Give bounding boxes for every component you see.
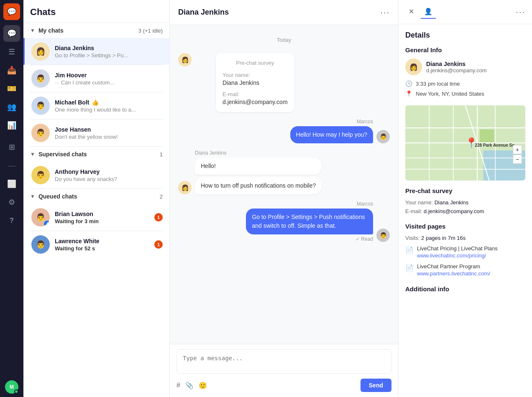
queued-chats-label: Queued chats	[38, 193, 160, 200]
chat-item-michael[interactable]: 👨 Michael Bolt 👍 One more thing I would …	[23, 92, 169, 119]
logo-button[interactable]: 💬	[3, 3, 20, 20]
chat-info-lawrence: Lawrence White Waiting for 52 s	[55, 238, 149, 252]
chat-info-diana: Diana Jenkins Go to Profile > Settings >…	[55, 45, 163, 59]
avatar-brian: 👨 f	[31, 208, 50, 226]
right-panel-body: Details General Info 👩 Diana Jenkins d.j…	[399, 24, 532, 397]
visited-page-1-url[interactable]: www.livechatinc.com/pricing/	[417, 252, 486, 259]
zoom-out-button[interactable]: −	[513, 155, 522, 164]
visited-page-2-url[interactable]: www.partners.livechatinc.com/	[417, 270, 490, 277]
zoom-in-button[interactable]: +	[513, 145, 522, 154]
nav-help-icon[interactable]: ?	[3, 212, 20, 229]
survey-name-value: Diana Jenkins	[223, 79, 288, 86]
nav-ticket-icon[interactable]: 🎫	[3, 80, 20, 97]
message-row-solution: 👨 Marcos Go to Profile > Settings > Push…	[178, 201, 390, 242]
chat-name-michael: Michael Bolt 👍	[55, 99, 163, 106]
nav-inbox-icon[interactable]: 📥	[3, 62, 20, 79]
chat-input-area: # 📎 🙂 Send	[170, 344, 398, 397]
page-icon-1: 📄	[405, 246, 414, 254]
tab-close[interactable]: ✕	[405, 5, 417, 19]
queued-chats-section-header[interactable]: ▼ Queued chats 2	[23, 189, 169, 204]
supervised-chats-section-header[interactable]: ▼ Supervised chats 1	[23, 147, 169, 162]
message-content-solution: Marcos Go to Profile > Settings > Push n…	[246, 201, 373, 242]
map-container[interactable]: 📍 228 Park Avenue So... + −	[405, 105, 525, 181]
chat-item-brian[interactable]: 👨 f Brian Lawson Waiting for 3 min 1	[23, 204, 169, 231]
chats-title: Chats	[30, 7, 163, 18]
details-title: Details	[405, 31, 525, 40]
chat-preview-lawrence: Waiting for 52 s	[55, 245, 149, 252]
chat-name-brian: Brian Lawson	[55, 211, 149, 217]
message-row-diana: 👩 Diana Jenkins Hello! How to turn off p…	[178, 150, 390, 194]
user-detail-info: Diana Jenkins d.jenkins@company.com	[426, 61, 486, 74]
hashtag-icon[interactable]: #	[176, 382, 180, 389]
chat-info-jose: Jose Hansen Don't eat the yellow snow!	[55, 126, 163, 140]
visited-page-2-info: LiveChat Partner Program www.partners.li…	[417, 263, 490, 277]
supervised-chats-label: Supervised chats	[38, 151, 160, 158]
visited-page-2-row: 📄 LiveChat Partner Program www.partners.…	[405, 263, 525, 277]
visited-pages-section: Visited pages Visits: 2 pages in 7m 16s …	[405, 223, 525, 277]
supervised-chats-chevron: ▼	[30, 151, 35, 157]
chat-item-anthony[interactable]: 👨 Anthony Harvey Do you have any snacks?	[23, 162, 169, 188]
chat-more-button[interactable]: ···	[380, 8, 390, 17]
survey-card: Pre-chat survey Your name: Diana Jenkins…	[216, 53, 294, 112]
general-info-title: General Info	[405, 46, 525, 53]
user-detail-name: Diana Jenkins	[426, 61, 486, 67]
message-input[interactable]	[176, 349, 391, 374]
nav-team-icon[interactable]: 👥	[3, 99, 20, 115]
nav-grid-icon[interactable]: ⬜	[3, 176, 20, 192]
prechat-name-row: Your name: Diana Jenkins	[405, 199, 525, 206]
avatar-jose: 👨	[31, 124, 50, 142]
panel-more-button[interactable]: ···	[516, 7, 525, 17]
user-avatar-bottom[interactable]: M	[5, 380, 18, 394]
avatar-marcos-1: 👨	[376, 130, 390, 143]
sender-name-marcos-2: Marcos	[246, 201, 373, 207]
survey-avatar: 👩	[178, 53, 192, 66]
sender-name-marcos-1: Marcos	[290, 119, 373, 125]
chat-info-brian: Brian Lawson Waiting for 3 min	[55, 211, 149, 224]
survey-email-value: d.jenkins@company.com	[223, 99, 288, 105]
chat-item-jose[interactable]: 👨 Jose Hansen Don't eat the yellow snow!	[23, 120, 169, 146]
avatar-marcos-2: 👨	[376, 229, 390, 242]
chat-item-jim[interactable]: 👨 Jim Hoover ··· Can I create custom...	[23, 65, 169, 92]
avatar-diana: 👩	[31, 42, 50, 61]
additional-info-title: Additional info	[405, 285, 525, 293]
chat-list-body: ▼ My chats 3 (+1 idle) 👩 Diana Jenkins G…	[23, 23, 169, 397]
visited-pages-title: Visited pages	[405, 223, 525, 230]
local-time-text: 3:33 pm local time	[416, 81, 460, 87]
nav-add-icon[interactable]: ⊞	[3, 139, 20, 155]
page-icon-2: 📄	[405, 264, 414, 272]
icon-bar: 💬 💬 ☰ 📥 🎫 👥 📊 ⊞ — ⬜ ⚙ ? M	[0, 0, 23, 397]
location-icon: 📍	[405, 90, 412, 97]
chat-messages: Today 👩 Pre-chat survey Your name: Diana…	[170, 25, 398, 344]
prechat-email-value: d.jenkins@company.com	[424, 208, 484, 214]
survey-email-label: E-mail:	[223, 91, 239, 97]
avatar-diana-msg: 👩	[178, 181, 192, 194]
chat-preview-jim: ··· Can I create custom...	[55, 79, 163, 86]
my-chats-section-header[interactable]: ▼ My chats 3 (+1 idle)	[23, 23, 169, 38]
chat-name-jose: Jose Hansen	[55, 126, 163, 133]
visited-page-1-row: 📄 LiveChat Pricing | LiveChat Plans www.…	[405, 245, 525, 259]
nav-chart-icon[interactable]: 📊	[3, 117, 20, 134]
chat-item-diana[interactable]: 👩 Diana Jenkins Go to Profile > Settings…	[23, 38, 169, 65]
chat-preview-jose: Don't eat the yellow snow!	[55, 134, 163, 140]
tab-person[interactable]: 👤	[421, 5, 436, 19]
map-label: 228 Park Avenue So...	[475, 143, 518, 148]
send-button[interactable]: Send	[361, 379, 391, 392]
survey-name-label: Your name:	[223, 72, 250, 78]
attachment-icon[interactable]: 📎	[185, 382, 194, 389]
chat-info-michael: Michael Bolt 👍 One more thing I would li…	[55, 99, 163, 113]
chat-preview-diana: Go to Profile > Settings > Pu...	[55, 52, 163, 59]
visits-value: 2 pages in 7m 16s	[421, 235, 466, 241]
chat-list-header: Chats	[23, 0, 169, 23]
nav-list-icon[interactable]: ☰	[3, 43, 20, 60]
visits-count: Visits: 2 pages in 7m 16s	[405, 235, 525, 241]
map-placeholder: 📍 228 Park Avenue So... + −	[405, 105, 525, 181]
chat-item-lawrence[interactable]: 👨 Lawrence White Waiting for 52 s 1	[23, 231, 169, 258]
my-chats-chevron: ▼	[30, 28, 35, 33]
visited-page-1-info: LiveChat Pricing | LiveChat Plans www.li…	[417, 245, 498, 259]
nav-chats-icon[interactable]: 💬	[3, 25, 20, 42]
date-divider: Today	[178, 37, 390, 43]
emoji-icon[interactable]: 🙂	[199, 382, 207, 389]
message-content-hello-agent: Marcos Hello! How may I help you?	[290, 119, 373, 143]
chat-main-header: Diana Jenkins ···	[170, 0, 398, 25]
nav-settings-icon[interactable]: ⚙	[3, 194, 20, 211]
